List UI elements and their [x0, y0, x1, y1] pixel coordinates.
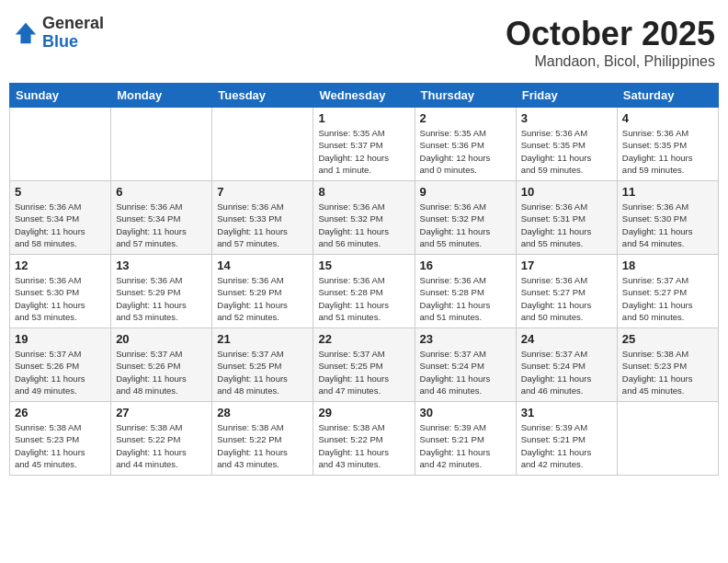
- calendar-week-row: 1Sunrise: 5:35 AM Sunset: 5:37 PM Daylig…: [10, 108, 719, 181]
- header: General Blue October 2025 Mandaon, Bicol…: [9, 9, 719, 75]
- calendar-week-row: 19Sunrise: 5:37 AM Sunset: 5:26 PM Dayli…: [10, 328, 719, 402]
- calendar-day-cell: 14Sunrise: 5:36 AM Sunset: 5:29 PM Dayli…: [212, 255, 313, 328]
- day-info: Sunrise: 5:36 AM Sunset: 5:32 PM Dayligh…: [420, 201, 511, 249]
- day-number: 28: [217, 406, 308, 419]
- calendar-day-cell: 9Sunrise: 5:36 AM Sunset: 5:32 PM Daylig…: [415, 181, 516, 255]
- weekday-header-cell: Tuesday: [212, 84, 313, 108]
- logo-blue: Blue: [42, 33, 104, 52]
- day-info: Sunrise: 5:36 AM Sunset: 5:34 PM Dayligh…: [116, 201, 207, 249]
- day-number: 25: [622, 332, 713, 346]
- day-number: 9: [420, 185, 511, 199]
- day-number: 26: [15, 406, 106, 419]
- day-number: 18: [622, 259, 713, 272]
- day-info: Sunrise: 5:36 AM Sunset: 5:32 PM Dayligh…: [318, 201, 409, 249]
- day-info: Sunrise: 5:35 AM Sunset: 5:36 PM Dayligh…: [420, 127, 511, 176]
- calendar-day-cell: [212, 108, 313, 181]
- day-number: 1: [318, 111, 409, 125]
- day-number: 29: [318, 406, 409, 419]
- day-info: Sunrise: 5:36 AM Sunset: 5:27 PM Dayligh…: [521, 274, 612, 323]
- day-info: Sunrise: 5:38 AM Sunset: 5:22 PM Dayligh…: [217, 421, 308, 470]
- calendar-day-cell: 8Sunrise: 5:36 AM Sunset: 5:32 PM Daylig…: [313, 181, 415, 255]
- day-number: 7: [217, 185, 308, 199]
- calendar-week-row: 12Sunrise: 5:36 AM Sunset: 5:30 PM Dayli…: [10, 255, 719, 328]
- calendar-day-cell: 22Sunrise: 5:37 AM Sunset: 5:25 PM Dayli…: [313, 328, 415, 402]
- calendar-day-cell: 29Sunrise: 5:38 AM Sunset: 5:22 PM Dayli…: [313, 402, 415, 476]
- day-info: Sunrise: 5:36 AM Sunset: 5:30 PM Dayligh…: [622, 201, 713, 249]
- day-info: Sunrise: 5:36 AM Sunset: 5:29 PM Dayligh…: [116, 274, 207, 323]
- day-number: 12: [15, 259, 106, 272]
- calendar-day-cell: 2Sunrise: 5:35 AM Sunset: 5:36 PM Daylig…: [415, 108, 516, 181]
- day-number: 8: [318, 185, 409, 199]
- location-title: Mandaon, Bicol, Philippines: [506, 53, 715, 70]
- day-info: Sunrise: 5:36 AM Sunset: 5:31 PM Dayligh…: [521, 201, 612, 249]
- calendar-day-cell: 13Sunrise: 5:36 AM Sunset: 5:29 PM Dayli…: [111, 255, 212, 328]
- day-info: Sunrise: 5:37 AM Sunset: 5:25 PM Dayligh…: [318, 348, 409, 396]
- day-number: 23: [420, 332, 511, 346]
- calendar-week-row: 5Sunrise: 5:36 AM Sunset: 5:34 PM Daylig…: [10, 181, 719, 255]
- calendar-day-cell: 3Sunrise: 5:36 AM Sunset: 5:35 PM Daylig…: [516, 108, 617, 181]
- day-number: 19: [15, 332, 106, 346]
- calendar-day-cell: 31Sunrise: 5:39 AM Sunset: 5:21 PM Dayli…: [516, 402, 617, 476]
- day-number: 6: [116, 185, 207, 199]
- day-number: 22: [318, 332, 409, 346]
- calendar-day-cell: [111, 108, 212, 181]
- day-number: 5: [15, 185, 106, 199]
- day-info: Sunrise: 5:36 AM Sunset: 5:33 PM Dayligh…: [217, 201, 308, 249]
- logo-text: General Blue: [42, 15, 104, 52]
- calendar-day-cell: 25Sunrise: 5:38 AM Sunset: 5:23 PM Dayli…: [617, 328, 718, 402]
- day-number: 27: [116, 406, 207, 419]
- day-info: Sunrise: 5:36 AM Sunset: 5:29 PM Dayligh…: [217, 274, 308, 323]
- day-number: 11: [622, 185, 713, 199]
- calendar: SundayMondayTuesdayWednesdayThursdayFrid…: [9, 83, 719, 476]
- calendar-day-cell: 11Sunrise: 5:36 AM Sunset: 5:30 PM Dayli…: [617, 181, 718, 255]
- calendar-day-cell: 24Sunrise: 5:37 AM Sunset: 5:24 PM Dayli…: [516, 328, 617, 402]
- day-info: Sunrise: 5:36 AM Sunset: 5:34 PM Dayligh…: [15, 201, 106, 249]
- calendar-week-row: 26Sunrise: 5:38 AM Sunset: 5:23 PM Dayli…: [10, 402, 719, 476]
- calendar-day-cell: [617, 402, 718, 476]
- day-number: 3: [521, 111, 612, 125]
- svg-marker-0: [16, 23, 36, 43]
- calendar-day-cell: 26Sunrise: 5:38 AM Sunset: 5:23 PM Dayli…: [10, 402, 111, 476]
- day-info: Sunrise: 5:36 AM Sunset: 5:35 PM Dayligh…: [521, 127, 612, 176]
- day-info: Sunrise: 5:37 AM Sunset: 5:24 PM Dayligh…: [521, 348, 612, 396]
- calendar-day-cell: 23Sunrise: 5:37 AM Sunset: 5:24 PM Dayli…: [415, 328, 516, 402]
- calendar-day-cell: [10, 108, 111, 181]
- month-title: October 2025: [506, 15, 715, 53]
- day-number: 4: [622, 111, 713, 125]
- day-info: Sunrise: 5:37 AM Sunset: 5:26 PM Dayligh…: [116, 348, 207, 396]
- day-number: 10: [521, 185, 612, 199]
- day-info: Sunrise: 5:39 AM Sunset: 5:21 PM Dayligh…: [521, 421, 612, 470]
- day-info: Sunrise: 5:38 AM Sunset: 5:22 PM Dayligh…: [318, 421, 409, 470]
- day-info: Sunrise: 5:37 AM Sunset: 5:25 PM Dayligh…: [217, 348, 308, 396]
- weekday-header-cell: Wednesday: [313, 84, 415, 108]
- logo-icon: [13, 20, 39, 46]
- day-info: Sunrise: 5:35 AM Sunset: 5:37 PM Dayligh…: [318, 127, 409, 176]
- logo: General Blue: [13, 15, 104, 52]
- day-info: Sunrise: 5:39 AM Sunset: 5:21 PM Dayligh…: [420, 421, 511, 470]
- calendar-day-cell: 10Sunrise: 5:36 AM Sunset: 5:31 PM Dayli…: [516, 181, 617, 255]
- weekday-header-cell: Monday: [111, 84, 212, 108]
- title-area: October 2025 Mandaon, Bicol, Philippines: [506, 15, 715, 70]
- day-number: 2: [420, 111, 511, 125]
- weekday-header-cell: Thursday: [415, 84, 516, 108]
- day-info: Sunrise: 5:36 AM Sunset: 5:30 PM Dayligh…: [15, 274, 106, 323]
- calendar-day-cell: 12Sunrise: 5:36 AM Sunset: 5:30 PM Dayli…: [10, 255, 111, 328]
- day-number: 21: [217, 332, 308, 346]
- logo-general: General: [42, 15, 104, 33]
- day-info: Sunrise: 5:37 AM Sunset: 5:26 PM Dayligh…: [15, 348, 106, 396]
- day-number: 24: [521, 332, 612, 346]
- day-info: Sunrise: 5:36 AM Sunset: 5:35 PM Dayligh…: [622, 127, 713, 176]
- calendar-day-cell: 5Sunrise: 5:36 AM Sunset: 5:34 PM Daylig…: [10, 181, 111, 255]
- day-info: Sunrise: 5:36 AM Sunset: 5:28 PM Dayligh…: [420, 274, 511, 323]
- calendar-day-cell: 4Sunrise: 5:36 AM Sunset: 5:35 PM Daylig…: [617, 108, 718, 181]
- day-number: 20: [116, 332, 207, 346]
- calendar-day-cell: 1Sunrise: 5:35 AM Sunset: 5:37 PM Daylig…: [313, 108, 415, 181]
- day-number: 17: [521, 259, 612, 272]
- calendar-day-cell: 15Sunrise: 5:36 AM Sunset: 5:28 PM Dayli…: [313, 255, 415, 328]
- day-number: 14: [217, 259, 308, 272]
- day-info: Sunrise: 5:38 AM Sunset: 5:22 PM Dayligh…: [116, 421, 207, 470]
- day-info: Sunrise: 5:37 AM Sunset: 5:24 PM Dayligh…: [420, 348, 511, 396]
- weekday-header-cell: Sunday: [10, 84, 111, 108]
- calendar-day-cell: 7Sunrise: 5:36 AM Sunset: 5:33 PM Daylig…: [212, 181, 313, 255]
- day-info: Sunrise: 5:36 AM Sunset: 5:28 PM Dayligh…: [318, 274, 409, 323]
